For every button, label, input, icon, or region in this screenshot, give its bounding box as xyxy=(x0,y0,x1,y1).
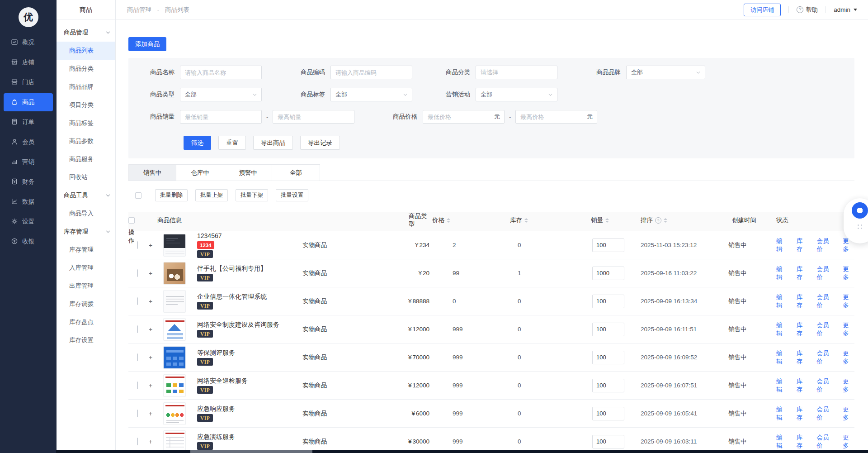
row-action-link[interactable]: 会员价 xyxy=(817,405,835,422)
row-expander[interactable]: + xyxy=(144,298,157,305)
sort-input[interactable] xyxy=(592,407,624,420)
activity-select[interactable]: 全部 xyxy=(476,88,557,101)
row-expander[interactable]: + xyxy=(144,270,157,277)
row-checkbox[interactable] xyxy=(137,269,138,277)
row-expander[interactable]: + xyxy=(144,410,157,417)
brand-select[interactable]: 全部 xyxy=(626,66,705,79)
secondary-nav-item[interactable]: 商品列表 xyxy=(57,42,115,60)
row-action-link[interactable]: 编辑 xyxy=(776,265,788,281)
row-action-link[interactable]: 更多 xyxy=(843,405,854,422)
secondary-nav-item[interactable]: 出库管理 xyxy=(57,277,115,295)
batch-button[interactable]: 批量下架 xyxy=(236,189,268,201)
chat-bubble-icon[interactable] xyxy=(852,202,868,219)
product-name-input[interactable] xyxy=(180,66,262,79)
row-expander[interactable]: + xyxy=(144,326,157,333)
secondary-nav-item[interactable]: 库存调拨 xyxy=(57,295,115,313)
help-circle-icon[interactable]: ? xyxy=(655,217,661,224)
secondary-nav-item[interactable]: 库存管理 xyxy=(57,223,115,241)
secondary-nav-item[interactable]: 商品管理 xyxy=(57,24,115,42)
row-checkbox[interactable] xyxy=(137,241,138,249)
max-sales-input[interactable] xyxy=(273,110,354,124)
user-menu[interactable]: admin xyxy=(834,6,857,13)
row-action-link[interactable]: 更多 xyxy=(843,265,854,281)
secondary-nav-item[interactable]: 库存管理 xyxy=(57,241,115,259)
row-action-link[interactable]: 会员价 xyxy=(817,377,835,394)
help-button[interactable]: ? 帮助 xyxy=(797,6,818,14)
type-select[interactable]: 全部 xyxy=(180,88,262,101)
secondary-nav-item[interactable]: 库存设置 xyxy=(57,331,115,349)
row-action-link[interactable]: 会员价 xyxy=(817,434,835,450)
row-expander[interactable]: + xyxy=(144,438,157,445)
sort-input[interactable] xyxy=(592,379,624,392)
export-goods-button[interactable]: 导出商品 xyxy=(253,136,293,150)
filter-button[interactable]: 筛选 xyxy=(184,136,211,150)
row-checkbox[interactable] xyxy=(137,381,138,389)
primary-nav-item[interactable]: 商品 xyxy=(4,93,53,111)
row-expander[interactable]: + xyxy=(144,382,157,389)
primary-nav-item[interactable]: 概况 xyxy=(4,33,53,52)
primary-nav-item[interactable]: 收银 xyxy=(4,233,53,251)
min-price-input[interactable] xyxy=(423,110,505,124)
sort-input[interactable] xyxy=(592,351,624,364)
tag-select[interactable]: 全部 xyxy=(330,88,412,101)
row-action-link[interactable]: 会员价 xyxy=(817,321,835,338)
sort-input[interactable] xyxy=(592,295,624,308)
row-action-link[interactable]: 更多 xyxy=(843,377,854,394)
sort-carets-icon[interactable] xyxy=(524,218,528,223)
min-sales-input[interactable] xyxy=(180,110,262,124)
batch-button[interactable]: 批量设置 xyxy=(276,189,308,201)
primary-nav-item[interactable]: 数据 xyxy=(4,193,53,211)
sort-carets-icon[interactable] xyxy=(447,218,450,223)
scrollbar-thumb[interactable] xyxy=(190,450,312,453)
tab-销售中[interactable]: 销售中 xyxy=(128,164,176,181)
secondary-nav-item[interactable]: 商品服务 xyxy=(57,150,115,168)
product-code-input[interactable] xyxy=(330,66,412,79)
sort-input[interactable] xyxy=(592,435,624,448)
row-action-link[interactable]: 库存 xyxy=(797,377,808,394)
horizontal-scrollbar[interactable] xyxy=(56,450,868,453)
sort-input[interactable] xyxy=(592,238,624,252)
secondary-nav-item[interactable]: 商品分类 xyxy=(57,60,115,78)
row-action-link[interactable]: 编辑 xyxy=(776,293,788,310)
row-action-link[interactable]: 库存 xyxy=(797,405,808,422)
row-action-link[interactable]: 库存 xyxy=(797,237,808,253)
secondary-nav-item[interactable]: 商品品牌 xyxy=(57,78,115,96)
secondary-nav-item[interactable]: 商品参数 xyxy=(57,132,115,150)
row-action-link[interactable]: 编辑 xyxy=(776,321,788,338)
primary-nav-item[interactable]: 营销 xyxy=(4,153,53,171)
secondary-nav-item[interactable]: 入库管理 xyxy=(57,259,115,277)
max-price-input[interactable] xyxy=(515,110,597,124)
row-expander[interactable]: + xyxy=(144,242,157,249)
primary-nav-item[interactable]: 会员 xyxy=(4,133,53,151)
row-action-link[interactable]: 会员价 xyxy=(817,349,835,366)
sort-input[interactable] xyxy=(592,323,624,336)
add-product-button[interactable]: 添加商品 xyxy=(128,37,166,51)
batch-button[interactable]: 批量删除 xyxy=(155,189,188,201)
row-action-link[interactable]: 库存 xyxy=(797,321,808,338)
row-action-link[interactable]: 会员价 xyxy=(817,237,835,253)
tab-预警中[interactable]: 预警中 xyxy=(224,164,272,181)
row-action-link[interactable]: 更多 xyxy=(843,434,854,450)
row-action-link[interactable]: 编辑 xyxy=(776,237,788,253)
header-checkbox[interactable] xyxy=(128,217,135,224)
row-action-link[interactable]: 库存 xyxy=(797,293,808,310)
row-checkbox[interactable] xyxy=(137,325,138,333)
row-checkbox[interactable] xyxy=(137,353,138,361)
row-action-link[interactable]: 编辑 xyxy=(776,349,788,366)
sort-carets-icon[interactable] xyxy=(605,218,609,223)
row-action-link[interactable]: 更多 xyxy=(843,293,854,310)
visit-shop-button[interactable]: 访问店铺 xyxy=(744,4,781,16)
row-action-link[interactable]: 编辑 xyxy=(776,405,788,422)
row-action-link[interactable]: 会员价 xyxy=(817,265,835,281)
row-action-link[interactable]: 会员价 xyxy=(817,293,835,310)
primary-nav-item[interactable]: 门店 xyxy=(4,73,53,91)
secondary-nav-item[interactable]: 商品标签 xyxy=(57,114,115,132)
category-select[interactable]: 请选择 xyxy=(476,66,557,79)
select-all-checkbox[interactable] xyxy=(135,192,142,199)
row-action-link[interactable]: 编辑 xyxy=(776,377,788,394)
sort-carets-icon[interactable] xyxy=(664,218,667,223)
tab-仓库中[interactable]: 仓库中 xyxy=(176,164,224,181)
reset-button[interactable]: 重置 xyxy=(218,136,246,150)
primary-nav-item[interactable]: 订单 xyxy=(4,113,53,131)
primary-nav-item[interactable]: 设置 xyxy=(4,213,53,231)
